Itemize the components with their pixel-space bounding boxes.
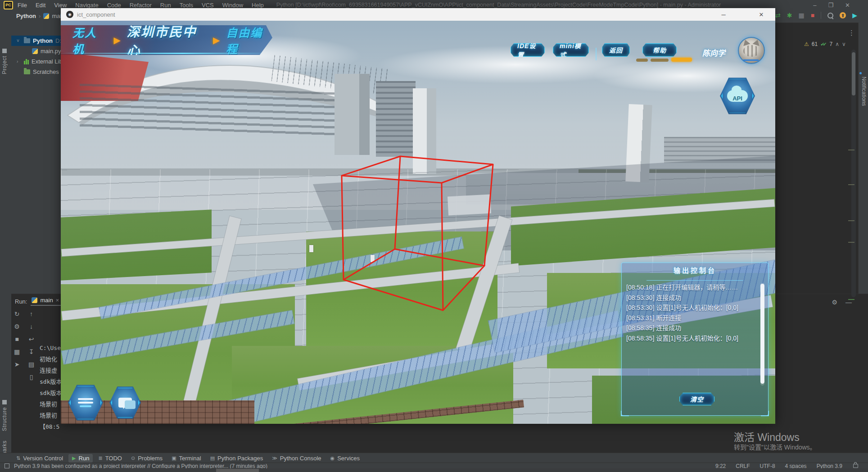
run-panel-label: Run: [15, 298, 27, 305]
log-entry: [08:58:35] 连接成功 [626, 323, 751, 333]
toolwindow-tab[interactable]: ⊙ Problems [127, 454, 166, 463]
toolwindow-tab[interactable]: ≣ TODO [95, 454, 126, 463]
log-entry: [08:53:30] 连接成功 [626, 293, 751, 303]
expand-chevron[interactable]: › [17, 59, 21, 64]
menu-item[interactable]: Help [252, 2, 264, 9]
mini-mode-button[interactable]: mini模式 [553, 43, 589, 57]
run-toolbar-icon[interactable]: ⚙ [14, 323, 20, 330]
menu-hex-ring [69, 385, 102, 420]
menu-item[interactable]: Tools [180, 2, 193, 9]
update-icon[interactable]: ⬆ [840, 12, 846, 18]
close-button[interactable]: ✕ [845, 2, 850, 9]
console-corner-accent [761, 411, 769, 416]
toolwindow-tab[interactable]: ▣ Terminal [168, 454, 205, 463]
editor-kebab-icon[interactable]: ⋮ [848, 29, 855, 37]
toolwindow-tab[interactable]: ≫ Python Console [268, 454, 325, 463]
windows-activation-watermark: 激活 Windows [734, 429, 800, 444]
log-entry: [08:50:18] 正在打开编辑器，请稍等…… [626, 283, 751, 293]
console-line: 场景初 [40, 399, 62, 410]
bottom-toolwindow-bar: ⇅ Version Control ▶ Run ≣ TODO ⊙ Problem… [0, 453, 868, 463]
building-facade [80, 84, 350, 139]
ide-settings-button[interactable]: IDE设置 [511, 43, 545, 57]
run-console-toolbar: ↑↓↩↧▤▯ [28, 310, 34, 381]
menu-item[interactable]: VCS [202, 2, 214, 9]
project-toolwindow-icon [2, 49, 7, 53]
menu-item[interactable]: Code [107, 2, 121, 9]
search-icon[interactable] [827, 13, 833, 18]
scratches-icon [24, 69, 30, 74]
menu-item[interactable]: View [54, 2, 67, 9]
menu-item[interactable]: Refactor [130, 2, 152, 9]
console-log: [08:50:18] 正在打开编辑器，请稍等……[08:53:30] 连接成功[… [626, 283, 751, 389]
toolwindow-tab-label: Run [79, 455, 90, 462]
tab-close-icon[interactable]: × [56, 297, 59, 304]
breadcrumb-project[interactable]: Python [16, 13, 36, 19]
toolwindow-tab[interactable]: ⇅ Version Control [13, 454, 67, 463]
console-toolbar-icon[interactable]: ↓ [30, 323, 33, 330]
scroll-mark [848, 299, 854, 300]
expand-chevron[interactable]: ˅ [17, 38, 21, 43]
profiler-icon[interactable]: ▦ [799, 12, 805, 19]
toolwindow-project[interactable]: Project [1, 49, 8, 74]
menu-item[interactable]: Navigate [75, 2, 98, 9]
game-minimize-button[interactable]: ─ [713, 8, 734, 21]
game-titlebar[interactable]: ◉ ict_component ─ ✕ [61, 8, 775, 21]
toolwindow-toggle-icon[interactable] [5, 463, 9, 468]
toolwindow-structure[interactable]: Structure [1, 400, 8, 431]
console-scrollbar-thumb[interactable] [760, 284, 764, 384]
notifications-toolwindow[interactable]: Notifications [861, 73, 867, 106]
ok-checks-icon: ✔✔ [820, 41, 825, 47]
help-button[interactable]: 帮助 [642, 43, 677, 57]
toolwindow-tab-icon: ≫ [272, 455, 277, 461]
console-toolbar-icon[interactable]: ▯ [30, 373, 33, 381]
libraries-icon [24, 59, 29, 64]
console-toolbar-icon[interactable]: ↩ [29, 336, 34, 343]
scroll-mark [848, 150, 854, 150]
inspection-widget[interactable]: ⚠ 61 ✔✔ 7 ∧ ∨ [804, 40, 846, 49]
game-window: ◉ ict_component ─ ✕ [61, 8, 775, 424]
tree-label: External Libr [32, 58, 64, 65]
run-tab-main[interactable]: main × [31, 297, 61, 306]
chat-bubbles-icon [118, 398, 132, 408]
minimize-button[interactable]: – [813, 2, 816, 9]
run-toolbar-icon[interactable]: ➤ [14, 361, 20, 368]
game-viewport[interactable]: 无人机 ▶ 深圳市民中心 ▶ 自由编程 IDE设置 mini模式 返回 帮助 陈… [61, 21, 775, 424]
prev-issue-chevron[interactable]: ∧ [835, 41, 839, 47]
output-console-title: 输出控制台 [622, 265, 768, 275]
menu-item[interactable]: Edit [36, 2, 45, 9]
console-toolbar-icon[interactable]: ↑ [30, 310, 33, 318]
windows-taskbar-sliver [0, 468, 868, 472]
editor-scrollbar-thumb[interactable] [852, 52, 855, 95]
back-button[interactable]: 返回 [602, 43, 630, 57]
api-label: API [732, 95, 742, 102]
run-toolbar-icon[interactable]: ▦ [14, 348, 20, 355]
toolwindow-tab[interactable]: ◉ Services [327, 454, 363, 463]
python-file-icon [32, 48, 38, 54]
toolwindow-tab-label: Problems [138, 455, 163, 462]
stop-icon[interactable]: ■ [811, 12, 814, 19]
console-toolbar-icon[interactable]: ▤ [28, 361, 34, 368]
maximize-button[interactable]: ❐ [828, 2, 833, 9]
structure-toolwindow-icon [2, 400, 7, 404]
console-title-underline [638, 277, 752, 281]
toolwindow-tab-icon: ≣ [98, 455, 102, 461]
settings-gear-icon[interactable]: ⚙ [832, 299, 837, 306]
menu-item[interactable]: Run [160, 2, 171, 9]
pycharm-events-icon[interactable]: ▶ [852, 12, 857, 19]
ide-window-title: Python [D:\ict\wpf\Root\com_693583166194… [276, 2, 721, 8]
menu-item[interactable]: Window [222, 2, 243, 9]
run-toolbar-icon[interactable]: ↻ [14, 310, 20, 318]
console-line: 连接虚 [40, 365, 62, 376]
debug-icon[interactable]: ✱ [787, 12, 792, 19]
clear-console-button[interactable]: 清空 [679, 393, 714, 405]
sync-run-icon[interactable]: ⇄ [775, 12, 781, 19]
menu-item[interactable]: File [18, 2, 27, 9]
toolwindow-tab[interactable]: ▶ Run [68, 454, 93, 463]
tree-label: Python [33, 37, 53, 44]
game-close-button[interactable]: ✕ [751, 8, 772, 21]
next-issue-chevron[interactable]: ∨ [842, 41, 846, 47]
console-toolbar-icon[interactable]: ↧ [29, 348, 34, 355]
run-toolbar-icon[interactable]: ■ [15, 336, 18, 343]
readonly-lock-icon[interactable] [853, 464, 858, 468]
toolwindow-tab[interactable]: ▤ Python Packages [207, 454, 267, 463]
